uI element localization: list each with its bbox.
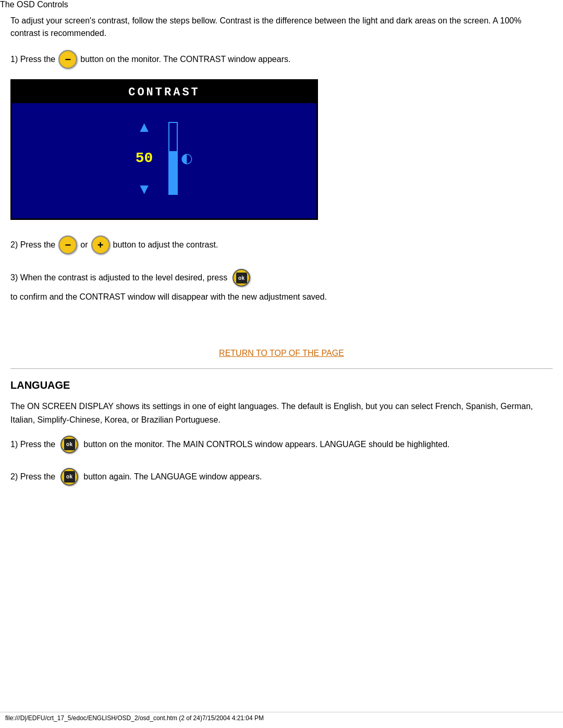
contrast-up-icon: ▲ bbox=[137, 119, 152, 135]
language-title: LANGUAGE bbox=[10, 379, 553, 391]
contrast-inner: ▲ 50 ▼ ◐ bbox=[136, 119, 193, 198]
contrast-body: ▲ 50 ▼ ◐ bbox=[12, 103, 316, 218]
contrast-down-icon: ▼ bbox=[137, 181, 152, 198]
lang-step2-suffix: button again. The LANGUAGE window appear… bbox=[83, 470, 262, 485]
step1-line: 1) Press the − button on the monitor. Th… bbox=[10, 50, 553, 69]
contrast-bar-col: ◐ bbox=[168, 122, 193, 195]
contrast-value: 50 bbox=[136, 150, 153, 166]
step2-prefix: 2) Press the bbox=[10, 238, 55, 253]
page-title-text: The OSD Controls bbox=[0, 0, 68, 9]
ok-button-icon-lang1: ok bbox=[60, 436, 78, 453]
step2-middle: or bbox=[80, 238, 88, 253]
half-circle-icon: ◐ bbox=[181, 150, 193, 166]
step2-suffix: button to adjust the contrast. bbox=[113, 238, 218, 253]
lang-step1-line: 1) Press the ok button on the monitor. T… bbox=[10, 436, 553, 453]
contrast-icons-col: ▲ 50 ▼ bbox=[136, 119, 153, 198]
contrast-titlebar: CONTRAST bbox=[12, 81, 316, 103]
step2-line: 2) Press the − or + button to adjust the… bbox=[10, 236, 553, 254]
ok-button-icon-step3: ok bbox=[232, 269, 250, 287]
return-to-top-link[interactable]: RETURN TO TOP OF THE PAGE bbox=[219, 349, 344, 357]
intro-paragraph: To adjust your screen's contrast, follow… bbox=[10, 15, 553, 40]
language-section: LANGUAGE The ON SCREEN DISPLAY shows its… bbox=[10, 379, 553, 486]
step3-line: 3) When the contrast is adjusted to the … bbox=[10, 269, 553, 304]
status-bar-text: file:///D|/EDFU/crt_17_5/edoc/ENGLISH/OS… bbox=[5, 714, 264, 722]
lang-step1-suffix: button on the monitor. The MAIN CONTROLS… bbox=[83, 437, 449, 452]
section-divider bbox=[10, 368, 553, 369]
lang-step1-prefix: 1) Press the bbox=[10, 437, 55, 452]
contrast-bar-fill bbox=[169, 151, 177, 194]
lang-step2-prefix: 2) Press the bbox=[10, 470, 55, 485]
contrast-bar bbox=[168, 122, 178, 195]
language-description: The ON SCREEN DISPLAY shows its settings… bbox=[10, 400, 553, 426]
step1-prefix: 1) Press the bbox=[10, 52, 55, 67]
ok-button-icon-lang2: ok bbox=[60, 468, 78, 486]
minus-button-icon: − bbox=[58, 50, 77, 69]
minus-button-icon-2: − bbox=[58, 236, 77, 254]
return-section: RETURN TO TOP OF THE PAGE bbox=[10, 349, 553, 358]
step1-suffix: button on the monitor. The CONTRAST wind… bbox=[80, 52, 290, 67]
plus-button-icon: + bbox=[91, 236, 110, 254]
contrast-window: CONTRAST ▲ 50 ▼ ◐ bbox=[10, 79, 318, 220]
step3-suffix: to confirm and the CONTRAST window will … bbox=[10, 290, 327, 304]
step3-prefix: 3) When the contrast is adjusted to the … bbox=[10, 270, 227, 285]
ok-label: ok bbox=[236, 273, 247, 283]
lang-step2-line: 2) Press the ok button again. The LANGUA… bbox=[10, 468, 553, 486]
status-bar: file:///D|/EDFU/crt_17_5/edoc/ENGLISH/OS… bbox=[0, 712, 563, 724]
page-title-bar: The OSD Controls bbox=[0, 0, 563, 9]
